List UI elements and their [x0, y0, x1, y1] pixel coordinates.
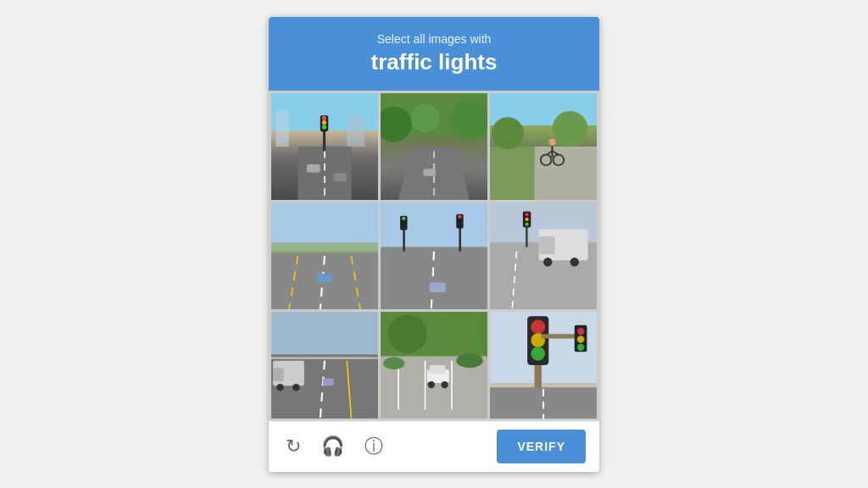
svg-rect-8 — [334, 173, 348, 180]
svg-point-4 — [322, 115, 326, 119]
svg-point-88 — [577, 327, 584, 334]
info-button[interactable]: ⓘ — [361, 430, 387, 463]
svg-point-6 — [322, 125, 326, 129]
svg-point-52 — [525, 213, 528, 216]
svg-rect-43 — [430, 282, 446, 292]
svg-point-75 — [428, 380, 435, 387]
svg-point-68 — [443, 312, 479, 347]
grid-cell-5[interactable] — [381, 202, 487, 309]
svg-point-67 — [387, 314, 426, 353]
grid-cell-8[interactable] — [381, 312, 487, 419]
svg-point-13 — [411, 103, 440, 132]
svg-rect-56 — [271, 312, 378, 354]
svg-rect-47 — [539, 236, 555, 253]
svg-point-77 — [456, 353, 483, 368]
svg-point-49 — [570, 258, 580, 267]
svg-point-39 — [402, 216, 405, 219]
svg-point-78 — [383, 357, 404, 369]
svg-point-85 — [531, 346, 545, 360]
svg-point-12 — [450, 100, 487, 139]
audio-icon: 🎧 — [321, 435, 344, 458]
svg-point-11 — [381, 106, 412, 141]
svg-point-76 — [441, 380, 448, 387]
grid-cell-2[interactable] — [381, 93, 487, 200]
svg-rect-62 — [273, 368, 284, 381]
svg-point-64 — [292, 384, 299, 391]
svg-point-89 — [577, 336, 584, 342]
svg-point-42 — [458, 214, 461, 218]
svg-point-5 — [322, 120, 326, 125]
svg-point-21 — [548, 138, 555, 145]
svg-rect-32 — [318, 274, 332, 283]
svg-point-20 — [553, 111, 588, 147]
svg-rect-34 — [381, 202, 487, 247]
verify-button[interactable]: VERIFY — [497, 430, 586, 463]
captcha-widget: Select all images with traffic lights — [269, 17, 599, 472]
svg-point-19 — [492, 117, 524, 149]
svg-rect-9 — [275, 111, 289, 147]
captcha-footer: ↻ 🎧 ⓘ VERIFY — [269, 421, 599, 472]
svg-rect-74 — [430, 365, 446, 374]
info-icon: ⓘ — [364, 434, 383, 459]
svg-point-53 — [525, 217, 528, 220]
svg-point-48 — [543, 258, 553, 267]
grid-cell-7[interactable] — [271, 312, 378, 419]
svg-rect-7 — [307, 164, 320, 172]
svg-point-54 — [525, 222, 528, 225]
svg-rect-33 — [271, 242, 378, 253]
grid-cell-4[interactable] — [271, 202, 378, 309]
svg-rect-16 — [423, 169, 436, 175]
audio-button[interactable]: 🎧 — [318, 432, 348, 461]
captcha-header: Select all images with traffic lights — [269, 17, 599, 91]
footer-icons: ↻ 🎧 ⓘ — [282, 430, 387, 463]
captcha-title: traffic lights — [286, 49, 582, 75]
svg-point-90 — [577, 343, 584, 350]
refresh-button[interactable]: ↻ — [282, 432, 304, 461]
grid-cell-9[interactable] — [490, 312, 597, 419]
svg-rect-18 — [490, 147, 535, 200]
svg-point-83 — [531, 319, 545, 334]
grid-cell-1[interactable] — [271, 93, 378, 200]
captcha-subtitle: Select all images with — [286, 32, 582, 46]
refresh-icon: ↻ — [286, 435, 301, 458]
svg-rect-10 — [347, 115, 364, 147]
grid-cell-6[interactable] — [490, 202, 597, 309]
svg-point-63 — [276, 384, 283, 391]
image-grid — [269, 91, 599, 421]
svg-rect-65 — [323, 378, 334, 385]
grid-cell-3[interactable] — [490, 93, 597, 200]
